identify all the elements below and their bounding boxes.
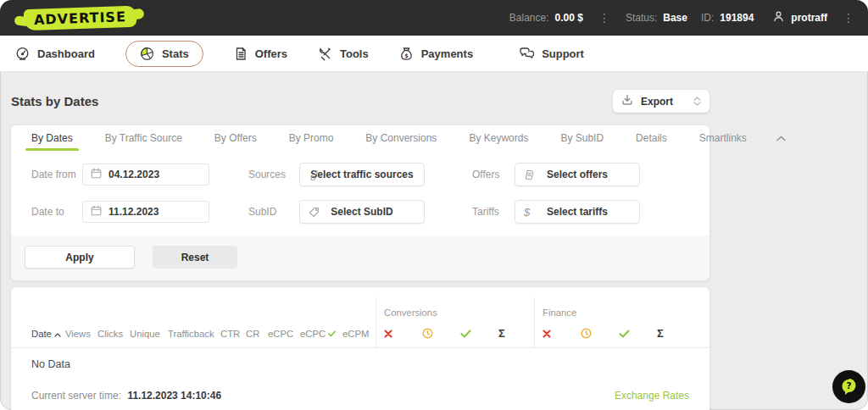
conversions-group: Conversions Σ	[376, 297, 534, 347]
money-bag-icon: $	[399, 47, 414, 61]
tab-by-offers[interactable]: By Offers	[198, 125, 273, 151]
group-label: Finance	[540, 308, 693, 318]
finance-approved-column-check-icon[interactable]	[616, 330, 654, 338]
tab-by-subid[interactable]: By SubID	[544, 125, 620, 151]
status-label: Status:	[626, 12, 657, 24]
collapse-filters-chevron-up-icon[interactable]	[763, 125, 799, 151]
column-header-cr[interactable]: CR	[246, 329, 268, 347]
export-format-stepper-icon	[693, 97, 701, 106]
server-time-value: 11.12.2023 14:10:46	[127, 390, 221, 402]
filter-actions: Apply Reset	[11, 235, 709, 280]
balance-label: Balance:	[509, 12, 549, 24]
column-header-views[interactable]: Views	[65, 329, 97, 347]
column-header-ecpc-approved[interactable]: eCPC	[300, 329, 342, 347]
tab-details[interactable]: Details	[620, 125, 683, 151]
question-bubble-icon: ?	[839, 376, 859, 398]
pie-chart-icon	[140, 47, 154, 61]
nav-label: Payments	[421, 47, 473, 60]
topbar: ADVERTISE Balance: 0.00 $ ⋮ Status: Base…	[0, 0, 868, 36]
column-header-ctr[interactable]: CTR	[220, 329, 246, 347]
stats-table-card: Date Views Clicks Unique Trafficback CTR…	[11, 287, 709, 410]
column-header-date[interactable]: Date	[31, 329, 65, 347]
reset-button[interactable]: Reset	[153, 246, 237, 269]
app-window: ADVERTISE Balance: 0.00 $ ⋮ Status: Base…	[0, 0, 868, 410]
date-from-field[interactable]	[82, 163, 209, 186]
advertise-logo[interactable]: ADVERTISE	[24, 5, 137, 30]
check-icon	[328, 329, 336, 339]
filter-form: Date from Sources	[11, 151, 709, 235]
column-header-ecpc[interactable]: eCPC	[268, 329, 300, 347]
finance-rejected-column-x-icon[interactable]	[540, 330, 578, 338]
document-icon	[234, 47, 248, 61]
tools-icon	[318, 47, 332, 61]
button-label: Select traffic sources	[310, 169, 413, 180]
calendar-icon	[91, 167, 102, 182]
tab-by-promo[interactable]: By Promo	[273, 125, 350, 151]
nav-item-dashboard[interactable]: Dashboard	[15, 47, 95, 61]
finance-total-column-sigma[interactable]: Σ	[654, 327, 693, 340]
nav-item-offers[interactable]: Offers	[234, 47, 287, 61]
nav-item-stats[interactable]: Stats	[125, 41, 203, 67]
date-from-input[interactable]	[108, 169, 201, 180]
conversions-approved-column-check-icon[interactable]	[458, 330, 496, 338]
select-tariffs-button[interactable]: $ Select tariffs	[515, 200, 640, 224]
table-header: Date Views Clicks Unique Trafficback CTR…	[11, 297, 709, 348]
tab-by-keywords[interactable]: By Keywords	[453, 125, 544, 151]
date-to-label: Date to	[31, 206, 82, 218]
username: protraff	[791, 12, 827, 24]
tab-by-traffic-source[interactable]: By Traffic Source	[89, 125, 198, 151]
column-header-clicks[interactable]: Clicks	[97, 329, 130, 347]
tag-icon	[309, 207, 320, 218]
id-label: ID:	[701, 12, 714, 24]
balance-menu-dots-icon[interactable]: ⋮	[583, 11, 626, 25]
select-offers-button[interactable]: Select offers	[515, 163, 640, 186]
column-header-unique[interactable]: Unique	[130, 329, 168, 347]
group-label: Conversions	[381, 308, 534, 318]
download-icon	[621, 94, 633, 108]
nav-item-payments[interactable]: $ Payments	[399, 47, 473, 61]
nav-label: Support	[542, 47, 584, 60]
svg-text:?: ?	[846, 380, 851, 391]
column-header-trafficback[interactable]: Trafficback	[168, 329, 220, 347]
tab-smartlinks[interactable]: Smartlinks	[683, 125, 763, 151]
date-to-field[interactable]	[82, 201, 209, 223]
user-menu[interactable]: protraff	[772, 10, 827, 25]
nav-label: Dashboard	[37, 47, 95, 60]
button-label: Select SubID	[331, 206, 392, 218]
conversions-rejected-column-x-icon[interactable]	[381, 330, 420, 338]
finance-pending-column-clock-icon[interactable]	[578, 328, 616, 339]
column-label: Date	[31, 329, 52, 339]
export-label: Export	[641, 96, 673, 108]
page-title: Stats by Dates	[11, 94, 98, 108]
conversions-total-column-sigma[interactable]: Σ	[496, 327, 534, 340]
status-badge: Base	[663, 12, 687, 24]
dollar-icon: $	[524, 206, 530, 219]
tab-by-dates[interactable]: By Dates	[15, 125, 89, 151]
select-traffic-sources-button[interactable]: Select traffic sources	[299, 163, 425, 186]
export-button[interactable]: Export	[613, 90, 709, 113]
help-button[interactable]: ?	[832, 370, 865, 403]
nav-label: Stats	[162, 47, 189, 60]
nav-item-tools[interactable]: Tools	[318, 47, 369, 61]
table-footer: Current server time: 11.12.2023 14:10:46…	[11, 390, 709, 410]
user-menu-dots-icon[interactable]: ⋮	[827, 11, 854, 25]
calendar-icon	[91, 204, 102, 219]
filters-card: By Dates By Traffic Source By Offers By …	[11, 125, 709, 280]
sources-label: Sources	[248, 169, 299, 180]
select-subid-button[interactable]: Select SubID	[299, 200, 425, 224]
stats-tabs: By Dates By Traffic Source By Offers By …	[11, 125, 709, 151]
user-icon	[772, 10, 785, 25]
date-to-input[interactable]	[108, 206, 201, 218]
tab-by-conversions[interactable]: By Conversions	[349, 125, 453, 151]
exchange-rates-link[interactable]: Exchange Rates	[615, 390, 689, 402]
nav-item-support[interactable]: Support	[519, 47, 584, 60]
conversions-pending-column-clock-icon[interactable]	[420, 328, 458, 339]
subid-label: SubID	[248, 206, 299, 218]
gauge-icon	[15, 47, 30, 61]
svg-text:$: $	[404, 52, 409, 58]
server-time-label: Current server time:	[31, 390, 121, 402]
main-nav: Dashboard Stats Offers	[0, 36, 868, 72]
column-header-ecpm[interactable]: eCPM	[342, 329, 376, 347]
apply-button[interactable]: Apply	[25, 246, 135, 269]
sort-asc-icon	[54, 329, 61, 339]
